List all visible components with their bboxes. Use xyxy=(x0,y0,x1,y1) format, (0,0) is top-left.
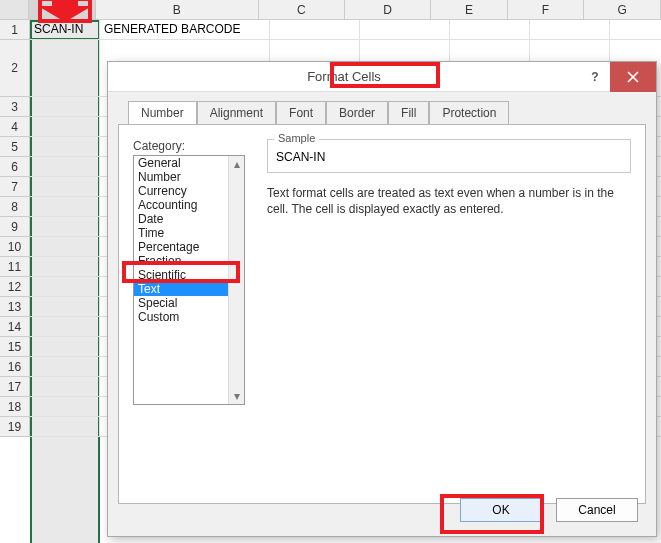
help-button[interactable]: ? xyxy=(580,70,610,84)
cell[interactable] xyxy=(30,177,100,197)
tab-font[interactable]: Font xyxy=(276,101,326,125)
sample-label: Sample xyxy=(274,132,319,144)
cell[interactable] xyxy=(30,237,100,257)
row-header-13[interactable]: 13 xyxy=(0,297,30,317)
column-header-c[interactable]: C xyxy=(259,0,345,19)
cell[interactable] xyxy=(30,137,100,157)
column-header-b[interactable]: B xyxy=(96,0,259,19)
cell[interactable] xyxy=(30,417,100,437)
row-header-9[interactable]: 9 xyxy=(0,217,30,237)
row-header-4[interactable]: 4 xyxy=(0,117,30,137)
category-listbox[interactable]: GeneralNumberCurrencyAccountingDateTimeP… xyxy=(133,155,245,405)
cell[interactable] xyxy=(30,297,100,317)
annotation-arrow-down xyxy=(38,0,92,22)
cell[interactable] xyxy=(30,257,100,277)
tab-protection[interactable]: Protection xyxy=(429,101,509,125)
cell[interactable] xyxy=(360,20,450,40)
sample-value: SCAN-IN xyxy=(276,150,622,164)
column-header-g[interactable]: G xyxy=(584,0,661,19)
row-header-18[interactable]: 18 xyxy=(0,397,30,417)
cell[interactable] xyxy=(30,97,100,117)
tab-alignment[interactable]: Alignment xyxy=(197,101,276,125)
cell[interactable] xyxy=(30,357,100,377)
row-headers: 12345678910111213141516171819 xyxy=(0,20,30,437)
cell-b1[interactable]: GENERATED BARCODE xyxy=(100,20,270,40)
close-button[interactable] xyxy=(610,62,656,92)
tab-strip: NumberAlignmentFontBorderFillProtection xyxy=(128,100,646,124)
scroll-up-icon[interactable]: ▴ xyxy=(229,156,244,172)
cell[interactable] xyxy=(30,337,100,357)
close-icon xyxy=(627,71,639,83)
column-header-f[interactable]: F xyxy=(508,0,585,19)
column-headers-row: ABCDEFG xyxy=(0,0,661,20)
row-header-10[interactable]: 10 xyxy=(0,237,30,257)
tab-panel-number: Category: GeneralNumberCurrencyAccountin… xyxy=(118,124,646,504)
sample-box: Sample SCAN-IN xyxy=(267,139,631,173)
row-header-5[interactable]: 5 xyxy=(0,137,30,157)
row-header-11[interactable]: 11 xyxy=(0,257,30,277)
column-header-d[interactable]: D xyxy=(345,0,431,19)
row-header-19[interactable]: 19 xyxy=(0,417,30,437)
row-header-8[interactable]: 8 xyxy=(0,197,30,217)
cell[interactable] xyxy=(30,117,100,137)
dialog-titlebar[interactable]: Format Cells ? xyxy=(108,62,656,92)
row-header-17[interactable]: 17 xyxy=(0,377,30,397)
cell[interactable] xyxy=(30,217,100,237)
row-header-12[interactable]: 12 xyxy=(0,277,30,297)
listbox-scrollbar[interactable]: ▴ ▾ xyxy=(228,156,244,404)
format-cells-dialog: Format Cells ? NumberAlignmentFontBorder… xyxy=(107,61,657,537)
cell[interactable] xyxy=(30,197,100,217)
ok-button[interactable]: OK xyxy=(460,498,542,522)
row-header-2[interactable]: 2 xyxy=(0,40,30,97)
row-header-16[interactable]: 16 xyxy=(0,357,30,377)
cell[interactable] xyxy=(610,20,661,40)
cell[interactable] xyxy=(30,397,100,417)
cancel-button[interactable]: Cancel xyxy=(556,498,638,522)
cell[interactable] xyxy=(450,20,530,40)
tab-border[interactable]: Border xyxy=(326,101,388,125)
cell[interactable] xyxy=(30,40,100,97)
select-all-corner[interactable] xyxy=(0,0,29,19)
row-header-3[interactable]: 3 xyxy=(0,97,30,117)
row-header-7[interactable]: 7 xyxy=(0,177,30,197)
scroll-down-icon[interactable]: ▾ xyxy=(229,388,244,404)
cell[interactable] xyxy=(30,277,100,297)
cell[interactable] xyxy=(30,377,100,397)
cell[interactable] xyxy=(30,317,100,337)
cell-a1[interactable]: SCAN-IN xyxy=(30,20,100,40)
cell[interactable] xyxy=(30,157,100,177)
dialog-body: NumberAlignmentFontBorderFillProtection … xyxy=(108,92,656,536)
tab-fill[interactable]: Fill xyxy=(388,101,429,125)
row-header-15[interactable]: 15 xyxy=(0,337,30,357)
dialog-title: Format Cells xyxy=(108,69,580,84)
tab-number[interactable]: Number xyxy=(128,101,197,125)
row-header-14[interactable]: 14 xyxy=(0,317,30,337)
cell[interactable] xyxy=(530,20,610,40)
row-header-1[interactable]: 1 xyxy=(0,20,30,40)
column-header-e[interactable]: E xyxy=(431,0,508,19)
cell[interactable] xyxy=(270,20,360,40)
format-description: Text format cells are treated as text ev… xyxy=(267,185,631,217)
dialog-button-row: OK Cancel xyxy=(460,498,638,522)
row-header-6[interactable]: 6 xyxy=(0,157,30,177)
